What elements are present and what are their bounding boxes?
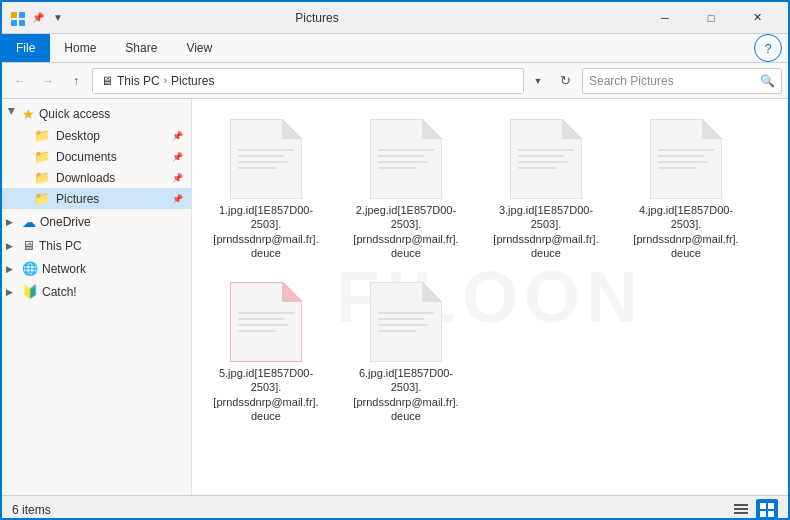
this-pc-label: This PC [39,239,82,253]
svg-rect-41 [734,508,748,510]
downloads-folder-icon: 📁 [34,170,50,185]
svg-rect-37 [378,318,424,320]
svg-rect-13 [378,155,424,157]
sidebar-section-this-pc: ▶ 🖥 This PC [2,235,191,256]
svg-rect-6 [238,149,294,151]
file-name-6: 6.jpg.id[1E857D00-2503].[prndssdnrp@mail… [352,366,460,423]
svg-marker-17 [562,119,582,139]
svg-rect-45 [760,511,766,517]
sidebar-header-quick-access[interactable]: ▶ ★ Quick access [2,103,191,125]
svg-rect-15 [378,167,416,169]
svg-rect-14 [378,161,428,163]
file-item-4[interactable]: 4.jpg.id[1E857D00-2503].[prndssdnrp@mail… [626,113,746,266]
svg-rect-31 [238,318,284,320]
status-count: 6 items [12,503,51,517]
minimize-button[interactable]: ─ [642,2,688,34]
window-title: Pictures [0,11,642,25]
file-name-1: 1.jpg.id[1E857D00-2503].[prndssdnrp@mail… [212,203,320,260]
network-chevron: ▶ [6,264,18,274]
quick-access-label: Quick access [39,107,110,121]
file-icon-wrap-1 [230,119,302,199]
svg-rect-18 [518,149,574,151]
address-bar: ← → ↑ 🖥 This PC › Pictures ▼ ↻ Search Pi… [2,63,788,99]
sidebar-item-documents[interactable]: 📁 Documents 📌 [2,146,191,167]
sidebar-item-pictures-label: Pictures [56,192,99,206]
this-pc-icon: 🖥 [22,238,35,253]
svg-rect-9 [238,167,276,169]
grid-view-button[interactable] [756,499,778,521]
svg-marker-5 [282,119,302,139]
onedrive-label: OneDrive [40,215,91,229]
search-icon: 🔍 [760,74,775,88]
status-bar-right [730,499,778,521]
file-name-5: 5.jpg.id[1E857D00-2503].[prndssdnrp@mail… [212,366,320,423]
list-view-button[interactable] [730,499,752,521]
quick-access-icon: ★ [22,106,35,122]
sidebar-item-pictures[interactable]: 📁 Pictures 📌 [2,188,191,209]
file-item-2[interactable]: 2.jpeg.id[1E857D00-2503].[prndssdnrp@mai… [346,113,466,266]
file-icon-wrap-2 [370,119,442,199]
back-button[interactable]: ← [8,69,32,93]
svg-rect-27 [658,167,696,169]
ribbon: File Home Share View ? [2,34,788,63]
documents-folder-icon: 📁 [34,149,50,164]
close-button[interactable]: ✕ [734,2,780,34]
forward-button[interactable]: → [36,69,60,93]
file-item-1[interactable]: 1.jpg.id[1E857D00-2503].[prndssdnrp@mail… [206,113,326,266]
sidebar-header-catch[interactable]: ▶ 🔰 Catch! [2,281,191,302]
pictures-folder-icon: 📁 [34,191,50,206]
sidebar: ▶ ★ Quick access 📁 Desktop 📌 📁 Documents… [2,99,192,495]
sidebar-header-this-pc[interactable]: ▶ 🖥 This PC [2,235,191,256]
ribbon-tabs: File Home Share View ? [2,34,788,62]
tab-home[interactable]: Home [50,34,111,62]
svg-rect-38 [378,324,428,326]
path-pictures[interactable]: Pictures [171,74,214,88]
file-item-3[interactable]: 3.jpg.id[1E857D00-2503].[prndssdnrp@mail… [486,113,606,266]
svg-rect-21 [518,167,556,169]
sidebar-section-quick-access: ▶ ★ Quick access 📁 Desktop 📌 📁 Documents… [2,103,191,209]
search-box[interactable]: Search Pictures 🔍 [582,68,782,94]
path-dropdown-button[interactable]: ▼ [528,68,548,94]
up-button[interactable]: ↑ [64,69,88,93]
quick-access-chevron: ▶ [7,108,17,120]
path-computer-icon: 🖥 [101,74,113,88]
maximize-button[interactable]: □ [688,2,734,34]
sidebar-header-network[interactable]: ▶ 🌐 Network [2,258,191,279]
help-button[interactable]: ? [754,34,782,62]
file-item-6[interactable]: 6.jpg.id[1E857D00-2503].[prndssdnrp@mail… [346,276,466,429]
sidebar-section-onedrive: ▶ ☁ OneDrive [2,211,191,233]
svg-rect-46 [768,511,774,517]
svg-rect-20 [518,161,568,163]
svg-marker-11 [422,119,442,139]
refresh-button[interactable]: ↻ [552,68,578,94]
file-item-5[interactable]: 5.jpg.id[1E857D00-2503].[prndssdnrp@mail… [206,276,326,429]
file-icon-wrap-3 [510,119,582,199]
sidebar-item-downloads-label: Downloads [56,171,115,185]
svg-rect-44 [768,503,774,509]
path-this-pc[interactable]: This PC [117,74,160,88]
network-icon: 🌐 [22,261,38,276]
main-area: ▶ ★ Quick access 📁 Desktop 📌 📁 Documents… [2,99,788,495]
svg-rect-40 [734,504,748,506]
file-name-4: 4.jpg.id[1E857D00-2503].[prndssdnrp@mail… [632,203,740,260]
tab-file[interactable]: File [2,34,50,62]
path-sep-1: › [164,75,167,86]
sidebar-header-onedrive[interactable]: ▶ ☁ OneDrive [2,211,191,233]
sidebar-item-desktop[interactable]: 📁 Desktop 📌 [2,125,191,146]
tab-view[interactable]: View [172,34,227,62]
onedrive-chevron: ▶ [6,217,18,227]
file-name-2: 2.jpeg.id[1E857D00-2503].[prndssdnrp@mai… [352,203,460,260]
svg-rect-30 [238,312,294,314]
documents-pin-icon: 📌 [172,152,183,162]
search-placeholder: Search Pictures [589,74,674,88]
onedrive-icon: ☁ [22,214,36,230]
sidebar-section-network: ▶ 🌐 Network [2,258,191,279]
svg-rect-8 [238,161,288,163]
address-path[interactable]: 🖥 This PC › Pictures [92,68,524,94]
tab-share[interactable]: Share [111,34,172,62]
svg-marker-23 [702,119,722,139]
sidebar-item-desktop-label: Desktop [56,129,100,143]
svg-rect-33 [238,330,276,332]
sidebar-item-downloads[interactable]: 📁 Downloads 📌 [2,167,191,188]
file-icon-wrap-5 [230,282,302,362]
